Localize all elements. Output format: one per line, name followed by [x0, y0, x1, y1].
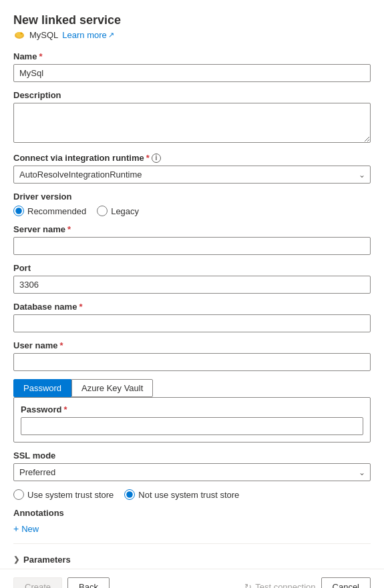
back-button[interactable]: Back [67, 577, 110, 588]
learn-more-text: Learn more [62, 30, 106, 40]
connect-runtime-select-wrapper: AutoResolveIntegrationRuntime ⌄ [13, 166, 371, 184]
divider [13, 543, 371, 544]
learn-more-link[interactable]: Learn more ↗ [62, 30, 114, 40]
driver-legacy-label: Legacy [111, 206, 139, 216]
description-field-group: Description [13, 90, 371, 145]
server-name-required-marker: * [67, 224, 71, 234]
user-name-field-group: User name * [13, 340, 371, 371]
parameters-row[interactable]: ❯ Parameters [13, 551, 371, 569]
footer-left: Create Back [13, 577, 110, 588]
azure-key-vault-tab[interactable]: Azure Key Vault [71, 379, 153, 397]
password-tab[interactable]: Password [13, 379, 71, 397]
connect-info-icon[interactable]: i [152, 154, 161, 163]
use-system-trust-store-label: Use system trust store [27, 490, 114, 500]
connect-runtime-select[interactable]: AutoResolveIntegrationRuntime [13, 166, 371, 184]
name-label: Name * [13, 51, 371, 61]
test-connection-button[interactable]: ↻ Test connection [244, 582, 315, 588]
not-use-system-trust-store-radio[interactable] [124, 489, 135, 500]
create-button[interactable]: Create [13, 577, 62, 588]
svg-point-2 [21, 33, 23, 35]
server-name-field-group: Server name * [13, 224, 371, 255]
port-label: Port [13, 263, 371, 273]
not-use-system-trust-store-label: Not use system trust store [138, 490, 239, 500]
server-name-input[interactable] [13, 237, 371, 255]
ssl-mode-label: SSL mode [13, 451, 371, 461]
server-name-label: Server name * [13, 224, 371, 234]
description-input[interactable] [13, 103, 371, 143]
use-system-trust-store-option[interactable]: Use system trust store [13, 489, 114, 500]
trust-store-radio-group: Use system trust store Not use system tr… [13, 489, 371, 500]
password-required-marker: * [63, 404, 67, 414]
parameters-label: Parameters [23, 555, 71, 565]
name-input[interactable] [13, 64, 371, 82]
driver-recommended-radio[interactable] [13, 206, 24, 216]
cancel-button[interactable]: Cancel [321, 577, 371, 588]
parameters-chevron-icon: ❯ [13, 555, 19, 564]
external-link-icon: ↗ [108, 31, 114, 39]
annotations-label: Annotations [13, 508, 371, 518]
new-annotation-label: New [21, 524, 39, 534]
connect-required-marker: * [146, 153, 150, 163]
connect-runtime-label: Connect via integration runtime * i [13, 153, 371, 163]
test-connection-label: Test connection [255, 582, 315, 588]
name-field-group: Name * [13, 51, 371, 82]
description-label: Description [13, 90, 371, 100]
mysql-icon [13, 29, 25, 41]
password-box: Password * [13, 397, 371, 443]
database-name-field-group: Database name * [13, 302, 371, 332]
database-name-input[interactable] [13, 314, 371, 332]
test-connection-icon: ↻ [244, 582, 252, 588]
driver-version-radio-group: Recommended Legacy [13, 206, 371, 216]
user-name-required-marker: * [59, 340, 63, 350]
driver-recommended-label: Recommended [27, 206, 86, 216]
driver-version-label: Driver version [13, 192, 371, 202]
driver-legacy-option[interactable]: Legacy [97, 206, 139, 216]
connect-runtime-field-group: Connect via integration runtime * i Auto… [13, 153, 371, 184]
page-title: New linked service [13, 13, 371, 27]
not-use-system-trust-store-option[interactable]: Not use system trust store [124, 489, 239, 500]
database-name-required-marker: * [79, 302, 82, 312]
driver-recommended-option[interactable]: Recommended [13, 206, 86, 216]
footer: Create Back ↻ Test connection Cancel [0, 569, 384, 588]
port-field-group: Port [13, 263, 371, 294]
name-required-marker: * [39, 51, 42, 61]
plus-icon: + [13, 523, 19, 534]
new-annotation-button[interactable]: + New [13, 521, 39, 537]
ssl-mode-select-wrapper: Preferred Required Disabled VerifyCA Ver… [13, 463, 371, 481]
password-input[interactable] [21, 417, 363, 435]
driver-version-field-group: Driver version Recommended Legacy [13, 192, 371, 216]
annotations-section: Annotations + New [13, 508, 371, 537]
password-inner-label: Password * [21, 404, 363, 414]
use-system-trust-store-radio[interactable] [13, 489, 24, 500]
footer-right: ↻ Test connection Cancel [244, 577, 371, 588]
auth-tab-row: Password Azure Key Vault [13, 379, 371, 397]
user-name-input[interactable] [13, 353, 371, 371]
user-name-label: User name * [13, 340, 371, 350]
ssl-mode-field-group: SSL mode Preferred Required Disabled Ver… [13, 451, 371, 481]
trust-store-field-group: Use system trust store Not use system tr… [13, 489, 371, 500]
subtitle-text: MySQL [29, 30, 58, 40]
ssl-mode-select[interactable]: Preferred Required Disabled VerifyCA Ver… [13, 463, 371, 481]
database-name-label: Database name * [13, 302, 371, 312]
auth-tab-group: Password Azure Key Vault Password * [13, 379, 371, 443]
driver-legacy-radio[interactable] [97, 206, 108, 216]
port-input[interactable] [13, 276, 371, 294]
